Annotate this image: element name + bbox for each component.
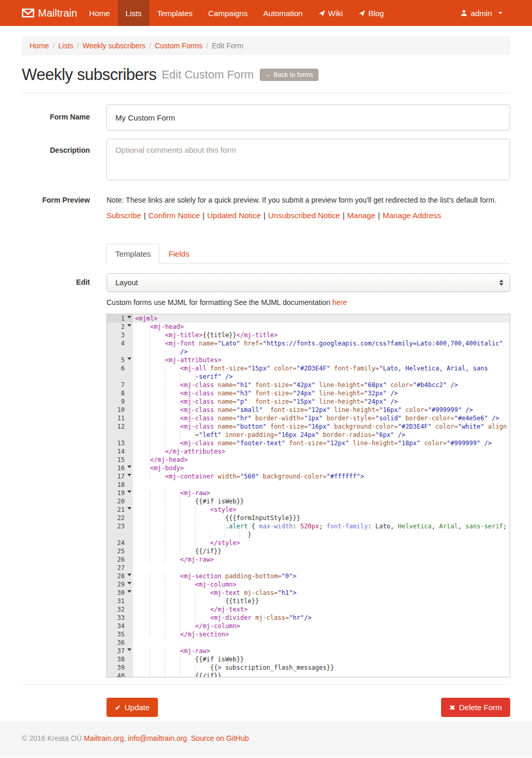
footer-link[interactable]: Mailtrain.org: [84, 734, 124, 742]
fold-arrow-icon[interactable]: [127, 316, 131, 318]
mjml-docs-link[interactable]: here: [332, 298, 347, 307]
code-line[interactable]: {{#if isWeb}}: [133, 497, 510, 506]
code-line[interactable]: }: [133, 530, 510, 539]
code-line[interactable]: <mj-raw>: [133, 647, 510, 655]
update-button[interactable]: ✔ Update: [107, 698, 158, 717]
code-line[interactable]: </style>: [133, 539, 510, 547]
code-line[interactable]: <mj-container width="560" background-col…: [133, 472, 510, 481]
fold-arrow-icon[interactable]: [127, 490, 131, 493]
nav-item-campaigns[interactable]: Campaigns: [201, 0, 256, 26]
code-line[interactable]: .alert { max-width: 520px; font-family: …: [133, 522, 510, 530]
code-line[interactable]: </mj-section>: [133, 630, 510, 639]
code-line[interactable]: {{> subscription_flash_messages}}: [133, 663, 510, 672]
code-line[interactable]: [133, 481, 510, 489]
code-line[interactable]: {{title}}: [133, 597, 510, 605]
code-line[interactable]: <mj-all font-size="15px" color="#2D3E4F"…: [133, 364, 510, 373]
nav-item-blog[interactable]: Blog: [351, 0, 392, 26]
editor-gutter-cell: 28: [107, 572, 133, 580]
code-line[interactable]: />: [133, 348, 510, 356]
editor-gutter-cell: 14: [107, 447, 133, 456]
code-editor[interactable]: 1<mjml>2 <mj-head>3 <mj-title>{{title}}<…: [107, 314, 510, 677]
nav-item-templates[interactable]: Templates: [149, 0, 200, 26]
code-line[interactable]: <mj-section padding-bottom="0">: [133, 572, 510, 580]
code-line[interactable]: <mj-head>: [133, 323, 510, 331]
description-textarea[interactable]: [107, 139, 510, 180]
preview-link[interactable]: Subscribe: [107, 211, 141, 220]
fold-arrow-icon[interactable]: [127, 324, 131, 327]
preview-link[interactable]: Unsubscribed Notice: [268, 211, 340, 220]
code-line[interactable]: [133, 564, 510, 572]
footer-link[interactable]: info@mailtrain.org: [128, 734, 187, 742]
footer-link[interactable]: Source on GitHub: [191, 734, 249, 742]
delete-form-button[interactable]: ✖ Delete Form: [441, 698, 510, 717]
code-line[interactable]: <mjml>: [133, 314, 510, 323]
fold-arrow-icon[interactable]: [127, 474, 131, 476]
code-line[interactable]: </mj-text>: [133, 605, 510, 614]
preview-link[interactable]: Manage Address: [382, 211, 441, 220]
nav-item-home[interactable]: Home: [82, 0, 118, 26]
tab-fields[interactable]: Fields: [159, 244, 198, 264]
navbar: Mailtrain HomeListsTemplatesCampaignsAut…: [0, 0, 532, 26]
code-line[interactable]: </mj-attributes>: [133, 447, 510, 456]
nav-item-automation[interactable]: Automation: [256, 0, 311, 26]
user-menu[interactable]: admin: [453, 9, 510, 18]
back-to-forms-button[interactable]: ← Back to forms: [260, 69, 318, 81]
code-line[interactable]: </mj-head>: [133, 456, 510, 464]
breadcrumb-link[interactable]: Home: [30, 42, 49, 50]
fold-arrow-icon[interactable]: [127, 582, 131, 584]
code-line[interactable]: <mj-class name="button" font-size="16px"…: [133, 422, 510, 431]
fold-arrow-icon[interactable]: [127, 466, 131, 468]
nav-item-wiki[interactable]: Wiki: [311, 0, 351, 26]
description-label: Description: [22, 139, 90, 182]
code-line[interactable]: <mj-class name="small" font-size="12px" …: [133, 406, 510, 414]
fold-arrow-icon[interactable]: [127, 357, 131, 360]
link-separator: |: [261, 211, 268, 220]
code-line[interactable]: <mj-class name="h1" font-size="42px" lin…: [133, 381, 510, 389]
code-line[interactable]: <style>: [133, 506, 510, 514]
breadcrumb-link[interactable]: Custom Forms: [155, 42, 203, 50]
code-line[interactable]: {{#if isWeb}}: [133, 655, 510, 663]
code-line[interactable]: <mj-class name="hr" border-width="1px" b…: [133, 414, 510, 422]
editor-gutter-cell: [107, 348, 133, 356]
fold-arrow-icon[interactable]: [127, 507, 131, 510]
code-line[interactable]: <mj-text mj-class="h1">: [133, 589, 510, 597]
editor-gutter-cell: 7: [107, 381, 133, 389]
code-line[interactable]: <mj-class name="p" font-size="15px" line…: [133, 397, 510, 406]
fold-arrow-icon[interactable]: [127, 648, 131, 651]
code-line[interactable]: {{/if}}: [133, 672, 510, 677]
code-line[interactable]: {{{formInputStyle}}}: [133, 514, 510, 522]
code-line[interactable]: {{/if}}: [133, 547, 510, 555]
nav-item-lists[interactable]: Lists: [118, 0, 150, 26]
code-line[interactable]: <mj-raw>: [133, 489, 510, 497]
code-line[interactable]: </mj-raw>: [133, 555, 510, 564]
code-line[interactable]: <mj-divider mj-class="hr"/>: [133, 614, 510, 622]
edit-template-select[interactable]: Layout: [107, 273, 510, 292]
breadcrumb-link[interactable]: Weekly subscribers: [83, 42, 145, 50]
breadcrumb-link[interactable]: Lists: [58, 42, 73, 50]
selected-template: Layout: [115, 278, 138, 287]
editor-gutter-cell: 27: [107, 564, 133, 572]
code-line[interactable]: <mj-attributes>: [133, 356, 510, 364]
code-line[interactable]: -serif" />: [133, 373, 510, 381]
preview-link[interactable]: Confirm Notice: [149, 211, 200, 220]
form-name-input[interactable]: [107, 104, 510, 130]
code-line[interactable]: <mj-font name="Lato" href="https://fonts…: [133, 339, 510, 348]
user-icon: [460, 9, 468, 17]
code-line[interactable]: <mj-column>: [133, 580, 510, 589]
breadcrumb-current: Edit Form: [212, 42, 244, 50]
app-logo[interactable]: Mailtrain: [22, 0, 82, 26]
code-line[interactable]: <mj-title>{{title}}</mj-title>: [133, 331, 510, 339]
code-line[interactable]: </mj-column>: [133, 622, 510, 630]
code-line[interactable]: ="left" inner-padding="16px 24px" border…: [133, 431, 510, 439]
preview-link[interactable]: Manage: [347, 211, 375, 220]
fold-arrow-icon[interactable]: [127, 574, 131, 576]
code-line[interactable]: <mj-class name="footer-text" font-size="…: [133, 439, 510, 447]
preview-link[interactable]: Updated Notice: [207, 211, 261, 220]
code-line[interactable]: <mj-class name="h3" font-size="24px" lin…: [133, 389, 510, 397]
editor-gutter-cell: 13: [107, 439, 133, 447]
code-line[interactable]: [133, 639, 510, 647]
editor-gutter-cell: 37: [107, 647, 133, 655]
fold-arrow-icon[interactable]: [127, 590, 131, 593]
tab-templates[interactable]: Templates: [107, 244, 159, 264]
code-line[interactable]: <mj-body>: [133, 464, 510, 472]
